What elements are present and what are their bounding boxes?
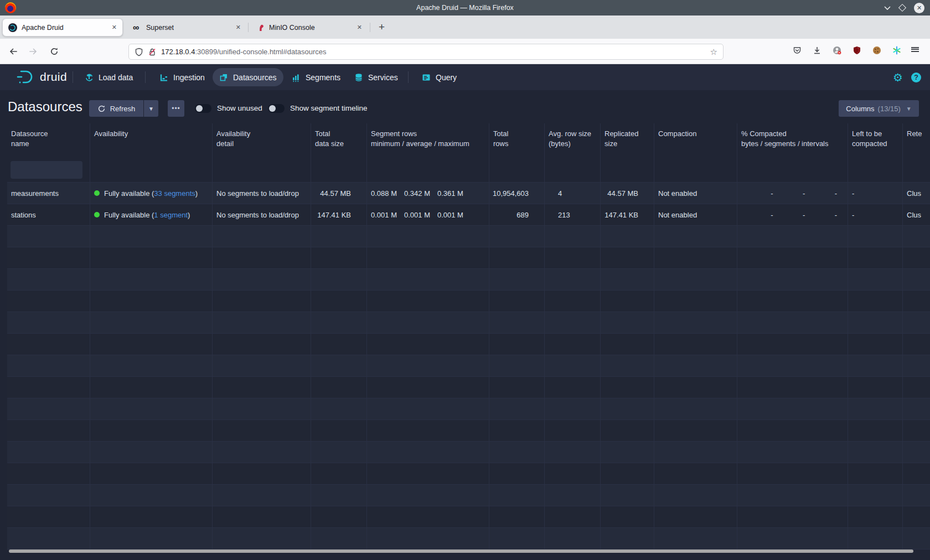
segments-link[interactable]: 33 segments — [154, 189, 195, 198]
druid-favicon-icon — [8, 23, 17, 32]
segments-icon — [292, 73, 301, 82]
show-unused-label: Show unused — [217, 104, 262, 112]
filter-cell-2 — [213, 158, 311, 183]
datasources-icon — [219, 73, 228, 82]
column-header-2[interactable]: Availabilitydetail — [213, 123, 311, 158]
cell-col7: 147.41 KB — [601, 204, 654, 226]
more-options-button[interactable]: ••• — [168, 100, 184, 117]
tab-close-icon[interactable]: ✕ — [357, 24, 362, 31]
column-header-1[interactable]: Availability — [90, 123, 213, 158]
back-button[interactable] — [9, 45, 21, 58]
column-header-6[interactable]: Avg. row size(bytes) — [545, 123, 601, 158]
url-bar[interactable]: 172.18.0.4:30899/unified-console.html#da… — [128, 44, 724, 60]
column-header-9[interactable]: % Compactedbytes / segments / intervals — [737, 123, 848, 158]
firefox-window: Apache Druid — Mozilla Firefox ✕ Apache … — [0, 0, 930, 560]
empty-row — [7, 528, 930, 549]
horizontal-scrollbar-thumb[interactable] — [9, 549, 913, 553]
new-tab-button[interactable]: + — [379, 21, 385, 33]
extension-asterisk-icon[interactable] — [891, 45, 902, 56]
filter-cell-1 — [90, 158, 213, 183]
cell-col2: No segments to load/drop — [213, 183, 311, 204]
refresh-dropdown-caret[interactable]: ▼ — [144, 100, 158, 117]
datasource-name-filter-input[interactable] — [11, 161, 82, 179]
services-icon — [354, 73, 363, 82]
druid-logo[interactable]: druid — [16, 69, 67, 85]
filter-cell-5 — [489, 158, 545, 183]
column-header-7[interactable]: Replicatedsize — [601, 123, 654, 158]
nav-item-datasources[interactable]: Datasources — [213, 68, 283, 86]
cell-col6: 4 — [545, 183, 601, 204]
empty-row — [7, 334, 930, 355]
url-text: 172.18.0.4:30899/unified-console.html#da… — [161, 48, 327, 56]
filter-cell-0 — [7, 158, 90, 183]
filter-cell-10 — [848, 158, 903, 183]
cell-col11: Clus — [903, 183, 930, 204]
cell-col9: --- — [737, 183, 848, 204]
refresh-icon — [97, 105, 106, 113]
settings-gear-icon[interactable]: ⚙ — [893, 72, 903, 83]
window-close-icon[interactable]: ✕ — [914, 3, 924, 13]
account-extension-icon[interactable] — [831, 45, 843, 56]
nav-item-load-data[interactable]: Load data — [78, 68, 140, 86]
datasource-row-stations[interactable]: stationsFully available (1 segment)No se… — [7, 204, 930, 226]
refresh-button[interactable]: Refresh — [89, 100, 143, 117]
filter-cell-11 — [903, 158, 930, 183]
empty-row — [7, 247, 930, 269]
bookmark-star-icon[interactable]: ☆ — [710, 47, 717, 57]
window-title: Apache Druid — Mozilla Firefox — [0, 4, 930, 12]
filter-cell-8 — [654, 158, 737, 183]
column-header-11[interactable]: Rete — [903, 123, 930, 158]
help-icon[interactable]: ? — [911, 72, 921, 82]
column-header-8[interactable]: Compaction — [654, 123, 737, 158]
cell-col4: 0.001 M0.001 M0.001 M — [367, 204, 489, 226]
show-segment-timeline-label: Show segment timeline — [290, 104, 368, 112]
downloads-icon[interactable] — [812, 45, 823, 56]
tab-minio-console[interactable]: MinIO Console ✕ — [250, 18, 368, 37]
nav-item-ingestion[interactable]: Ingestion — [153, 68, 211, 86]
cell-col9: --- — [737, 204, 848, 226]
window-minimize-icon[interactable] — [884, 6, 891, 10]
tab-superset[interactable]: ∞ Superset ✕ — [127, 18, 246, 37]
cell-col0: stations — [7, 204, 90, 226]
table-filter-row — [7, 158, 930, 183]
nav-item-services[interactable]: Services — [348, 68, 405, 86]
menu-hamburger-icon[interactable] — [911, 45, 922, 56]
reload-button[interactable] — [50, 45, 62, 58]
column-header-0[interactable]: Datasourcename — [7, 123, 90, 158]
empty-row — [7, 312, 930, 334]
nav-item-segments[interactable]: Segments — [285, 68, 347, 86]
cookie-icon[interactable] — [871, 45, 882, 56]
columns-button[interactable]: Columns (13/15) ▼ — [839, 100, 919, 117]
column-header-10[interactable]: Left to becompacted — [848, 123, 903, 158]
empty-row — [7, 420, 930, 442]
empty-row — [7, 355, 930, 377]
cell-col4: 0.088 M0.342 M0.361 M — [367, 183, 489, 204]
druid-console: druid Load data Ingestion — [0, 64, 930, 560]
tab-label: Superset — [146, 24, 229, 32]
nav-item-query[interactable]: Query — [415, 68, 463, 86]
segments-link[interactable]: 1 segment — [154, 211, 188, 219]
forward-button[interactable] — [29, 45, 41, 58]
tab-close-icon[interactable]: ✕ — [112, 24, 117, 31]
window-maximize-icon[interactable] — [898, 4, 906, 12]
pocket-icon[interactable] — [792, 45, 803, 56]
empty-row — [7, 463, 930, 485]
tab-apache-druid[interactable]: Apache Druid ✕ — [2, 18, 123, 37]
datasource-row-measurements[interactable]: measurementsFully available (33 segments… — [7, 183, 930, 204]
show-segment-timeline-toggle[interactable] — [268, 104, 285, 113]
show-unused-toggle[interactable] — [195, 104, 211, 113]
tab-close-icon[interactable]: ✕ — [236, 24, 241, 31]
firefox-logo-icon — [5, 2, 16, 13]
column-header-4[interactable]: Segment rowsminimum / average / maximum — [367, 123, 489, 158]
filter-cell-3 — [311, 158, 367, 183]
insecure-lock-icon[interactable] — [148, 48, 157, 56]
column-header-3[interactable]: Totaldata size — [311, 123, 367, 158]
column-header-5[interactable]: Totalrows — [489, 123, 545, 158]
datasources-table: DatasourcenameAvailabilityAvailabilityde… — [7, 123, 930, 549]
tab-label: MinIO Console — [269, 24, 350, 32]
ublock-icon[interactable] — [851, 45, 862, 56]
shield-icon[interactable] — [135, 48, 143, 56]
filter-cell-7 — [601, 158, 654, 183]
window-titlebar: Apache Druid — Mozilla Firefox ✕ — [0, 0, 930, 15]
superset-favicon-icon: ∞ — [133, 23, 142, 32]
